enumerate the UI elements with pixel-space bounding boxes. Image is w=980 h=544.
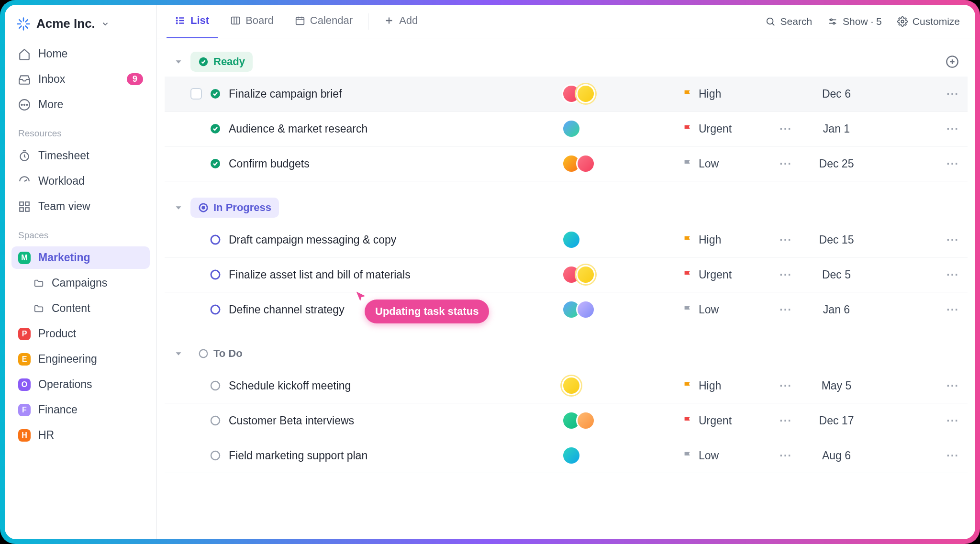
row-actions[interactable]: ···	[947, 303, 959, 316]
more-menu[interactable]: ···	[771, 157, 800, 170]
tab-add[interactable]: Add	[375, 5, 426, 38]
space-finance[interactable]: F Finance	[11, 399, 150, 421]
folder-content[interactable]: Content	[11, 297, 150, 320]
row-actions[interactable]: ···	[947, 379, 959, 392]
due-date[interactable]: Dec 25	[808, 157, 865, 170]
space-marketing[interactable]: M Marketing	[11, 246, 150, 269]
task-row[interactable]: Finalize campaign brief High Dec 6 ···	[165, 77, 968, 111]
row-actions[interactable]: ···	[947, 449, 959, 462]
tab-board[interactable]: Board	[222, 5, 282, 38]
due-date[interactable]: Dec 15	[808, 233, 865, 246]
status-icon[interactable]	[210, 123, 221, 134]
nav-inbox[interactable]: Inbox 9	[11, 68, 150, 90]
avatar[interactable]	[576, 300, 595, 319]
due-date[interactable]: Jan 1	[808, 122, 865, 135]
task-row[interactable]: Customer Beta interviews Urgent ··· Dec …	[165, 403, 968, 438]
flag-icon	[682, 234, 693, 245]
due-date[interactable]: Jan 6	[808, 303, 865, 316]
tab-list[interactable]: List	[167, 5, 218, 38]
avatar[interactable]	[576, 411, 595, 430]
tool-show[interactable]: Show · 5	[822, 12, 888, 31]
more-menu[interactable]: ···	[771, 303, 800, 316]
status-icon[interactable]	[210, 158, 221, 169]
task-row[interactable]: Confirm budgets Low ··· Dec 25 ···	[165, 146, 968, 181]
status-label: To Do	[213, 347, 243, 360]
due-date[interactable]: May 5	[808, 379, 865, 392]
tab-calendar[interactable]: Calendar	[286, 5, 361, 38]
task-row[interactable]: Schedule kickoff meeting High ··· May 5 …	[165, 368, 968, 403]
more-menu[interactable]: ···	[771, 449, 800, 462]
more-menu[interactable]: ···	[771, 122, 800, 135]
more-menu[interactable]: ···	[771, 233, 800, 246]
avatar[interactable]	[576, 154, 595, 173]
assignees	[562, 154, 624, 173]
flag-icon	[682, 269, 693, 280]
nav-home[interactable]: Home	[11, 43, 150, 65]
status-icon[interactable]	[210, 415, 221, 426]
priority[interactable]: Urgent	[682, 414, 764, 427]
row-actions[interactable]: ···	[947, 157, 959, 170]
more-menu[interactable]: ···	[771, 379, 800, 392]
status-pill-in-progress[interactable]: In Progress	[190, 198, 279, 218]
more-menu[interactable]: ···	[771, 268, 800, 281]
row-actions[interactable]: ···	[947, 122, 959, 135]
tab-label: Calendar	[310, 14, 353, 27]
status-icon[interactable]	[210, 304, 221, 315]
status-pill-todo[interactable]: To Do	[190, 344, 250, 364]
task-row[interactable]: Audience & market research Urgent ··· Ja…	[165, 111, 968, 146]
task-checkbox[interactable]	[190, 88, 202, 100]
row-actions[interactable]: ···	[947, 233, 959, 246]
folder-campaigns[interactable]: Campaigns	[11, 272, 150, 294]
nav-more[interactable]: More	[11, 93, 150, 116]
space-engineering[interactable]: E Engineering	[11, 348, 150, 370]
status-icon[interactable]	[210, 234, 221, 245]
row-actions[interactable]: ···	[947, 87, 959, 100]
status-icon[interactable]	[210, 450, 221, 461]
priority[interactable]: Low	[682, 303, 764, 316]
row-actions[interactable]: ···	[947, 268, 959, 281]
avatar[interactable]	[562, 119, 581, 138]
tool-customize[interactable]: Customize	[891, 12, 966, 31]
space-operations[interactable]: O Operations	[11, 373, 150, 396]
caret-down-icon[interactable]	[173, 202, 184, 213]
add-task-icon[interactable]	[946, 55, 959, 68]
status-icon[interactable]	[210, 380, 221, 391]
due-date[interactable]: Dec 17	[808, 414, 865, 427]
tool-search[interactable]: Search	[759, 12, 818, 31]
due-date[interactable]: Aug 6	[808, 449, 865, 462]
priority[interactable]: Low	[682, 157, 764, 170]
avatar[interactable]	[576, 84, 595, 103]
more-menu[interactable]: ···	[771, 414, 800, 427]
status-icon[interactable]	[210, 88, 221, 100]
caret-down-icon[interactable]	[173, 348, 184, 359]
caret-down-icon[interactable]	[173, 56, 184, 67]
task-row[interactable]: Finalize asset list and bill of material…	[165, 257, 968, 292]
space-hr[interactable]: H HR	[11, 424, 150, 446]
due-date[interactable]: Dec 6	[808, 88, 865, 100]
task-row[interactable]: Field marketing support plan Low ··· Aug…	[165, 438, 968, 473]
workspace-switcher[interactable]: Acme Inc.	[11, 13, 150, 40]
avatar[interactable]	[562, 376, 581, 395]
priority[interactable]: High	[682, 233, 764, 246]
row-actions[interactable]: ···	[947, 414, 959, 427]
priority[interactable]: High	[682, 88, 764, 100]
nav-timesheet[interactable]: Timesheet	[11, 144, 150, 167]
nav-team-view[interactable]: Team view	[11, 195, 150, 218]
priority[interactable]: Low	[682, 449, 764, 462]
status-icon[interactable]	[210, 269, 221, 280]
space-letter-icon: M	[18, 252, 31, 264]
status-pill-ready[interactable]: Ready	[190, 52, 253, 72]
priority-label: High	[699, 379, 721, 392]
avatar[interactable]	[562, 230, 581, 249]
task-row[interactable]: Define channel strategy Low ··· Jan 6 ··…	[165, 292, 968, 327]
priority[interactable]: Urgent	[682, 268, 764, 281]
priority[interactable]: High	[682, 379, 764, 392]
due-date[interactable]: Dec 5	[808, 268, 865, 281]
task-row[interactable]: Draft campaign messaging & copy High ···…	[165, 222, 968, 257]
priority[interactable]: Urgent	[682, 122, 764, 135]
avatar[interactable]	[576, 265, 595, 284]
nav-workload[interactable]: Workload	[11, 170, 150, 192]
space-product[interactable]: P Product	[11, 322, 150, 345]
task-name: Schedule kickoff meeting	[229, 379, 554, 392]
avatar[interactable]	[562, 446, 581, 465]
